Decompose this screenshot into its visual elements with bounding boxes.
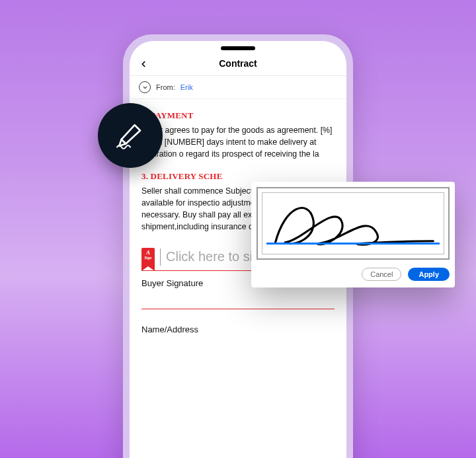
apply-button[interactable]: Apply (408, 268, 450, 281)
dynamic-island (221, 46, 255, 50)
cancel-button[interactable]: Cancel (362, 268, 401, 281)
signature-canvas[interactable] (262, 192, 444, 254)
signature-actions: Cancel Apply (257, 268, 450, 281)
pen-signature-icon (114, 121, 147, 150)
page-title: Contract (219, 58, 257, 69)
section-title-payment: 2. PAYMENT (141, 110, 335, 122)
divider (160, 248, 161, 266)
signature-stroke (262, 193, 444, 254)
signature-canvas-frame (257, 187, 450, 260)
top-bar: Contract (130, 53, 346, 76)
from-row[interactable]: From: Erik (130, 76, 346, 99)
name-address-label: Name/Address (141, 309, 335, 340)
signature-popup: Cancel Apply (251, 182, 455, 287)
from-name: Erik (180, 83, 193, 91)
chevron-left-icon (139, 59, 148, 69)
section-body-payment: Buyer agrees to pay for the goods as agr… (141, 125, 335, 160)
signature-baseline (266, 243, 440, 245)
pen-signature-badge[interactable] (98, 103, 163, 168)
from-label: From: (156, 83, 175, 91)
chevron-down-circle-icon (139, 81, 151, 93)
svg-point-7 (123, 141, 125, 143)
sign-flag-icon: A Sign (141, 248, 155, 266)
back-button[interactable] (139, 59, 148, 71)
